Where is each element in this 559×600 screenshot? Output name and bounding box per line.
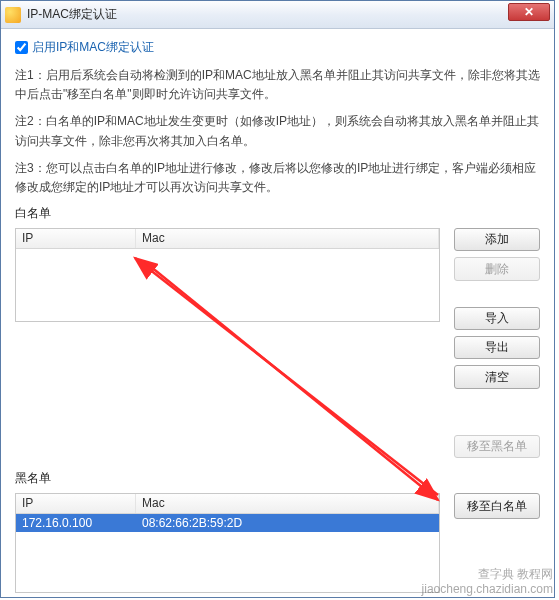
- blacklist-body: 172.16.0.100 08:62:66:2B:59:2D: [16, 514, 439, 592]
- app-icon: [5, 7, 21, 23]
- move-to-blacklist-button: 移至黑名单: [454, 435, 540, 458]
- whitelist-table[interactable]: IP Mac: [15, 228, 440, 322]
- close-button[interactable]: ✕: [508, 3, 550, 21]
- import-button[interactable]: 导入: [454, 307, 540, 330]
- table-row[interactable]: 172.16.0.100 08:62:66:2B:59:2D: [16, 514, 439, 532]
- whitelist-header: IP Mac: [16, 229, 439, 249]
- clear-button[interactable]: 清空: [454, 365, 540, 388]
- add-button[interactable]: 添加: [454, 228, 540, 251]
- window-title: IP-MAC绑定认证: [27, 6, 117, 23]
- note-3: 注3：您可以点击白名单的IP地址进行修改，修改后将以您修改的IP地址进行绑定，客…: [15, 159, 540, 197]
- titlebar: IP-MAC绑定认证 ✕: [1, 1, 554, 29]
- close-icon: ✕: [524, 5, 534, 19]
- enable-binding-checkbox[interactable]: [15, 41, 28, 54]
- blacklist-table[interactable]: IP Mac 172.16.0.100 08:62:66:2B:59:2D: [15, 493, 440, 593]
- export-button[interactable]: 导出: [454, 336, 540, 359]
- whitelist-body: [16, 249, 439, 321]
- blacklist-row-mac: 08:62:66:2B:59:2D: [136, 516, 439, 530]
- whitelist-label: 白名单: [15, 205, 540, 222]
- blacklist-col-mac[interactable]: Mac: [136, 494, 439, 513]
- blacklist-col-ip[interactable]: IP: [16, 494, 136, 513]
- blacklist-header: IP Mac: [16, 494, 439, 514]
- whitelist-col-ip[interactable]: IP: [16, 229, 136, 248]
- delete-button: 删除: [454, 257, 540, 280]
- blacklist-label: 黑名单: [15, 470, 540, 487]
- blacklist-row-ip: 172.16.0.100: [16, 516, 136, 530]
- enable-binding-label[interactable]: 启用IP和MAC绑定认证: [32, 39, 154, 56]
- whitelist-col-mac[interactable]: Mac: [136, 229, 439, 248]
- note-2: 注2：白名单的IP和MAC地址发生变更时（如修改IP地址），则系统会自动将其放入…: [15, 112, 540, 150]
- note-1: 注1：启用后系统会自动将检测到的IP和MAC地址放入黑名单并阻止其访问共享文件，…: [15, 66, 540, 104]
- move-to-whitelist-button[interactable]: 移至白名单: [454, 493, 540, 519]
